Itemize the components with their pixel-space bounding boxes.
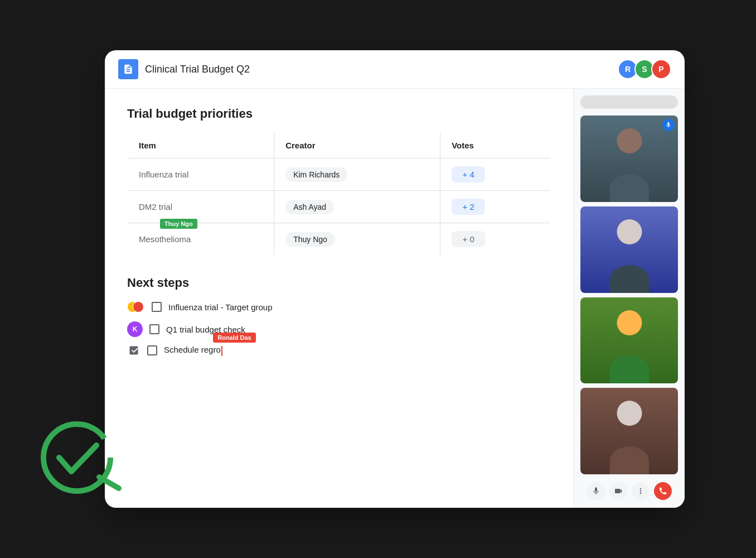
task-checkbox-2[interactable] <box>149 324 159 334</box>
cursor-tooltip-thuy: Thuy Ngo <box>160 219 197 229</box>
creator-badge: Thuy Ngo <box>285 232 335 247</box>
video-controls <box>580 479 678 501</box>
text-cursor <box>221 346 222 356</box>
participant-4-video <box>580 388 678 474</box>
next-steps-title: Next steps <box>127 276 551 290</box>
mic-active-badge <box>662 119 675 131</box>
video-tile-3 <box>580 297 678 384</box>
table-row: Influenza trial Kim Richards + 4 <box>128 158 551 191</box>
task-checkbox-1[interactable] <box>152 302 162 312</box>
avatar-group: R S P <box>618 59 671 79</box>
document-icon <box>118 59 138 79</box>
item-cell: Mesothelioma Thuy Ngo <box>128 223 274 256</box>
task-avatar-single: K <box>127 321 143 337</box>
vote-badge[interactable]: + 2 <box>452 199 485 215</box>
item-cell: Influenza trial <box>128 158 274 191</box>
participant-3-video <box>580 297 678 384</box>
table-row: Mesothelioma Thuy Ngo Thuy Ngo + 0 <box>128 223 551 256</box>
main-card: Clinical Trial Budget Q2 R S P Trial bud… <box>105 50 685 508</box>
video-tile-4 <box>580 388 678 474</box>
task-list: Influenza trial - Target group K Q1 tria… <box>127 299 551 357</box>
task-label-3: Schedule regro Ronald Das <box>164 345 222 355</box>
vote-badge[interactable]: + 4 <box>452 166 485 182</box>
votes-cell[interactable]: + 4 <box>440 158 551 191</box>
col-votes: Votes <box>440 133 551 158</box>
creator-cell: Ash Ayad <box>274 191 440 223</box>
video-search-bar <box>580 95 678 109</box>
add-task-icon <box>127 344 140 357</box>
check-icon <box>38 407 127 497</box>
creator-cell: Kim Richards <box>274 158 440 191</box>
votes-cell[interactable]: + 2 <box>440 191 551 223</box>
vote-badge-zero[interactable]: + 0 <box>452 231 485 247</box>
doc-title: Clinical Trial Budget Q2 <box>145 64 611 75</box>
svg-point-0 <box>43 424 110 491</box>
list-item: K Q1 trial budget check <box>127 321 551 337</box>
task-checkbox-3[interactable] <box>147 345 157 355</box>
task-avatar-multi <box>127 299 145 315</box>
col-item: Item <box>128 133 274 158</box>
votes-cell[interactable]: + 0 <box>440 223 551 256</box>
video-panel <box>573 89 685 508</box>
video-tile-2 <box>580 206 678 293</box>
cursor-tooltip-ronald: Ronald Das <box>213 333 256 343</box>
mic-button[interactable] <box>587 482 605 500</box>
end-call-button[interactable] <box>654 482 672 500</box>
priorities-table: Item Creator Votes Influenza trial Kim R… <box>127 132 551 256</box>
table-row: DM2 trial Ash Ayad + 2 <box>128 191 551 223</box>
header: Clinical Trial Budget Q2 R S P <box>105 50 685 89</box>
avatar-p[interactable]: P <box>651 59 671 79</box>
creator-badge: Kim Richards <box>285 167 347 182</box>
task-label-1: Influenza trial - Target group <box>168 302 273 312</box>
camera-button[interactable] <box>609 482 627 500</box>
main-content: Trial budget priorities Item Creator Vot… <box>105 89 573 508</box>
scene: Clinical Trial Budget Q2 R S P Trial bud… <box>71 50 685 508</box>
list-item: Schedule regro Ronald Das <box>127 344 551 357</box>
creator-cell: Thuy Ngo <box>274 223 440 256</box>
body: Trial budget priorities Item Creator Vot… <box>105 89 685 508</box>
col-creator: Creator <box>274 133 440 158</box>
list-item: Influenza trial - Target group <box>127 299 551 315</box>
item-cell: DM2 trial <box>128 191 274 223</box>
creator-badge: Ash Ayad <box>285 200 334 214</box>
priorities-title: Trial budget priorities <box>127 107 551 121</box>
more-button[interactable] <box>632 482 650 500</box>
video-tile-1 <box>580 116 678 202</box>
participant-2-video <box>580 206 678 293</box>
